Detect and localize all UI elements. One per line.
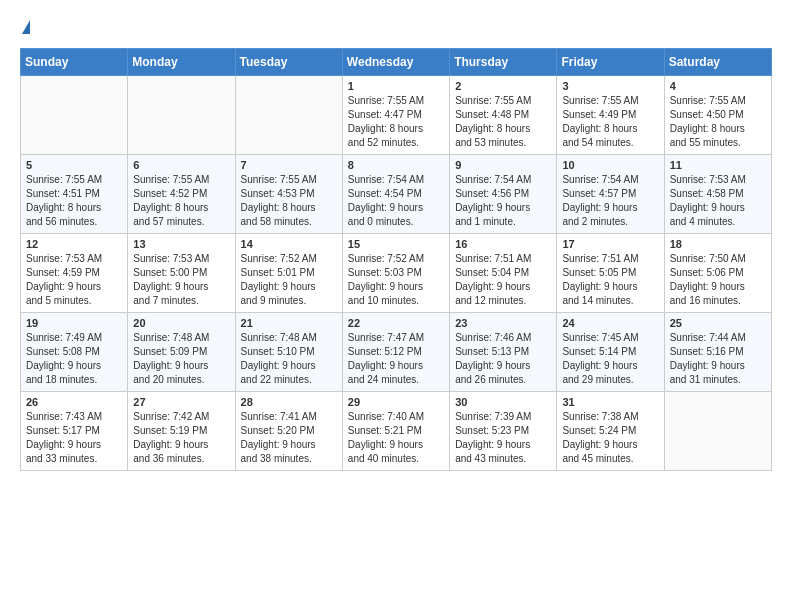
calendar-cell: 20Sunrise: 7:48 AM Sunset: 5:09 PM Dayli… — [128, 313, 235, 392]
calendar-cell: 12Sunrise: 7:53 AM Sunset: 4:59 PM Dayli… — [21, 234, 128, 313]
day-number: 27 — [133, 396, 229, 408]
calendar-cell — [235, 76, 342, 155]
day-info: Sunrise: 7:55 AM Sunset: 4:48 PM Dayligh… — [455, 94, 551, 150]
day-info: Sunrise: 7:55 AM Sunset: 4:50 PM Dayligh… — [670, 94, 766, 150]
day-info: Sunrise: 7:55 AM Sunset: 4:53 PM Dayligh… — [241, 173, 337, 229]
calendar-cell: 30Sunrise: 7:39 AM Sunset: 5:23 PM Dayli… — [450, 392, 557, 471]
day-info: Sunrise: 7:53 AM Sunset: 4:58 PM Dayligh… — [670, 173, 766, 229]
day-number: 17 — [562, 238, 658, 250]
calendar-cell: 26Sunrise: 7:43 AM Sunset: 5:17 PM Dayli… — [21, 392, 128, 471]
logo — [20, 16, 30, 38]
calendar-cell: 1Sunrise: 7:55 AM Sunset: 4:47 PM Daylig… — [342, 76, 449, 155]
calendar-cell: 4Sunrise: 7:55 AM Sunset: 4:50 PM Daylig… — [664, 76, 771, 155]
day-number: 20 — [133, 317, 229, 329]
calendar-cell: 14Sunrise: 7:52 AM Sunset: 5:01 PM Dayli… — [235, 234, 342, 313]
day-number: 21 — [241, 317, 337, 329]
day-info: Sunrise: 7:54 AM Sunset: 4:56 PM Dayligh… — [455, 173, 551, 229]
calendar-cell: 2Sunrise: 7:55 AM Sunset: 4:48 PM Daylig… — [450, 76, 557, 155]
day-info: Sunrise: 7:49 AM Sunset: 5:08 PM Dayligh… — [26, 331, 122, 387]
calendar-cell: 28Sunrise: 7:41 AM Sunset: 5:20 PM Dayli… — [235, 392, 342, 471]
day-info: Sunrise: 7:39 AM Sunset: 5:23 PM Dayligh… — [455, 410, 551, 466]
day-number: 3 — [562, 80, 658, 92]
day-number: 16 — [455, 238, 551, 250]
weekday-header-monday: Monday — [128, 49, 235, 76]
day-info: Sunrise: 7:53 AM Sunset: 5:00 PM Dayligh… — [133, 252, 229, 308]
calendar-cell: 10Sunrise: 7:54 AM Sunset: 4:57 PM Dayli… — [557, 155, 664, 234]
calendar-cell: 21Sunrise: 7:48 AM Sunset: 5:10 PM Dayli… — [235, 313, 342, 392]
day-info: Sunrise: 7:47 AM Sunset: 5:12 PM Dayligh… — [348, 331, 444, 387]
calendar-week-row: 19Sunrise: 7:49 AM Sunset: 5:08 PM Dayli… — [21, 313, 772, 392]
calendar-cell: 5Sunrise: 7:55 AM Sunset: 4:51 PM Daylig… — [21, 155, 128, 234]
calendar-cell: 8Sunrise: 7:54 AM Sunset: 4:54 PM Daylig… — [342, 155, 449, 234]
calendar-cell: 17Sunrise: 7:51 AM Sunset: 5:05 PM Dayli… — [557, 234, 664, 313]
page-header — [20, 16, 772, 38]
calendar-cell — [21, 76, 128, 155]
day-info: Sunrise: 7:42 AM Sunset: 5:19 PM Dayligh… — [133, 410, 229, 466]
day-number: 14 — [241, 238, 337, 250]
calendar-cell: 31Sunrise: 7:38 AM Sunset: 5:24 PM Dayli… — [557, 392, 664, 471]
day-info: Sunrise: 7:38 AM Sunset: 5:24 PM Dayligh… — [562, 410, 658, 466]
day-number: 25 — [670, 317, 766, 329]
weekday-header-wednesday: Wednesday — [342, 49, 449, 76]
day-number: 5 — [26, 159, 122, 171]
day-number: 23 — [455, 317, 551, 329]
day-info: Sunrise: 7:55 AM Sunset: 4:47 PM Dayligh… — [348, 94, 444, 150]
calendar-cell: 3Sunrise: 7:55 AM Sunset: 4:49 PM Daylig… — [557, 76, 664, 155]
day-info: Sunrise: 7:50 AM Sunset: 5:06 PM Dayligh… — [670, 252, 766, 308]
weekday-header-thursday: Thursday — [450, 49, 557, 76]
day-info: Sunrise: 7:43 AM Sunset: 5:17 PM Dayligh… — [26, 410, 122, 466]
day-info: Sunrise: 7:41 AM Sunset: 5:20 PM Dayligh… — [241, 410, 337, 466]
day-number: 24 — [562, 317, 658, 329]
day-number: 28 — [241, 396, 337, 408]
weekday-header-saturday: Saturday — [664, 49, 771, 76]
day-number: 29 — [348, 396, 444, 408]
day-info: Sunrise: 7:51 AM Sunset: 5:05 PM Dayligh… — [562, 252, 658, 308]
calendar-cell: 16Sunrise: 7:51 AM Sunset: 5:04 PM Dayli… — [450, 234, 557, 313]
calendar-cell: 29Sunrise: 7:40 AM Sunset: 5:21 PM Dayli… — [342, 392, 449, 471]
day-number: 7 — [241, 159, 337, 171]
calendar-cell — [128, 76, 235, 155]
calendar-cell — [664, 392, 771, 471]
day-number: 9 — [455, 159, 551, 171]
day-number: 15 — [348, 238, 444, 250]
day-number: 26 — [26, 396, 122, 408]
calendar-cell: 6Sunrise: 7:55 AM Sunset: 4:52 PM Daylig… — [128, 155, 235, 234]
day-info: Sunrise: 7:46 AM Sunset: 5:13 PM Dayligh… — [455, 331, 551, 387]
calendar-cell: 19Sunrise: 7:49 AM Sunset: 5:08 PM Dayli… — [21, 313, 128, 392]
weekday-header-row: SundayMondayTuesdayWednesdayThursdayFrid… — [21, 49, 772, 76]
day-info: Sunrise: 7:55 AM Sunset: 4:49 PM Dayligh… — [562, 94, 658, 150]
day-number: 6 — [133, 159, 229, 171]
calendar-cell: 23Sunrise: 7:46 AM Sunset: 5:13 PM Dayli… — [450, 313, 557, 392]
day-info: Sunrise: 7:53 AM Sunset: 4:59 PM Dayligh… — [26, 252, 122, 308]
weekday-header-tuesday: Tuesday — [235, 49, 342, 76]
calendar-cell: 7Sunrise: 7:55 AM Sunset: 4:53 PM Daylig… — [235, 155, 342, 234]
calendar-week-row: 12Sunrise: 7:53 AM Sunset: 4:59 PM Dayli… — [21, 234, 772, 313]
calendar-cell: 24Sunrise: 7:45 AM Sunset: 5:14 PM Dayli… — [557, 313, 664, 392]
day-number: 13 — [133, 238, 229, 250]
logo-general — [20, 16, 30, 38]
calendar-week-row: 26Sunrise: 7:43 AM Sunset: 5:17 PM Dayli… — [21, 392, 772, 471]
day-number: 4 — [670, 80, 766, 92]
calendar-cell: 25Sunrise: 7:44 AM Sunset: 5:16 PM Dayli… — [664, 313, 771, 392]
day-info: Sunrise: 7:54 AM Sunset: 4:54 PM Dayligh… — [348, 173, 444, 229]
day-number: 10 — [562, 159, 658, 171]
day-info: Sunrise: 7:48 AM Sunset: 5:09 PM Dayligh… — [133, 331, 229, 387]
day-info: Sunrise: 7:54 AM Sunset: 4:57 PM Dayligh… — [562, 173, 658, 229]
calendar-cell: 11Sunrise: 7:53 AM Sunset: 4:58 PM Dayli… — [664, 155, 771, 234]
day-info: Sunrise: 7:45 AM Sunset: 5:14 PM Dayligh… — [562, 331, 658, 387]
day-info: Sunrise: 7:44 AM Sunset: 5:16 PM Dayligh… — [670, 331, 766, 387]
day-number: 22 — [348, 317, 444, 329]
calendar-week-row: 5Sunrise: 7:55 AM Sunset: 4:51 PM Daylig… — [21, 155, 772, 234]
day-info: Sunrise: 7:52 AM Sunset: 5:03 PM Dayligh… — [348, 252, 444, 308]
weekday-header-sunday: Sunday — [21, 49, 128, 76]
day-info: Sunrise: 7:40 AM Sunset: 5:21 PM Dayligh… — [348, 410, 444, 466]
day-number: 30 — [455, 396, 551, 408]
day-info: Sunrise: 7:51 AM Sunset: 5:04 PM Dayligh… — [455, 252, 551, 308]
day-info: Sunrise: 7:55 AM Sunset: 4:51 PM Dayligh… — [26, 173, 122, 229]
logo-triangle-icon — [22, 20, 30, 34]
day-number: 12 — [26, 238, 122, 250]
day-number: 11 — [670, 159, 766, 171]
day-number: 18 — [670, 238, 766, 250]
day-number: 8 — [348, 159, 444, 171]
calendar-cell: 27Sunrise: 7:42 AM Sunset: 5:19 PM Dayli… — [128, 392, 235, 471]
